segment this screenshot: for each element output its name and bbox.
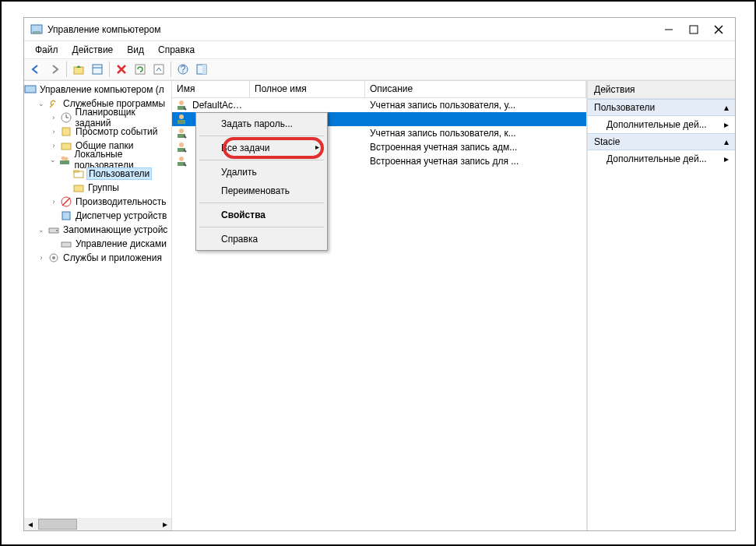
storage-icon	[47, 224, 60, 236]
collapse-icon[interactable]: ⌄	[37, 99, 46, 108]
tree-services[interactable]: › Службы и приложения	[24, 251, 171, 265]
refresh-button[interactable]	[132, 61, 149, 78]
user-icon	[175, 127, 188, 139]
svg-rect-12	[154, 65, 164, 74]
perf-icon	[60, 196, 72, 208]
svg-rect-22	[62, 143, 71, 150]
tree-scheduler[interactable]: › Планировщик заданий	[24, 111, 171, 125]
context-menu: Задать пароль... Все задачи Удалить Пере…	[195, 112, 328, 251]
menu-action[interactable]: Действие	[66, 43, 120, 57]
app-icon	[30, 23, 43, 36]
svg-rect-7	[93, 65, 102, 74]
actions-more-stacie[interactable]: Дополнительные дей... ▸	[588, 150, 735, 167]
scroll-thumb[interactable]	[38, 519, 77, 530]
minimize-button[interactable]	[663, 24, 674, 35]
svg-rect-25	[60, 160, 69, 164]
expand-icon[interactable]: ›	[37, 253, 46, 262]
user-icon	[175, 155, 188, 167]
tree-storage[interactable]: ⌄ Запоминающие устройс	[24, 223, 171, 237]
tree-panel[interactable]: Управление компьютером (л ⌄ Служебные пр…	[24, 81, 172, 530]
menu-help[interactable]: Справка	[198, 230, 325, 248]
scroll-left-icon[interactable]: ◂	[24, 518, 37, 530]
actions-section-users[interactable]: Пользователи ▴	[588, 99, 735, 116]
chevron-right-icon: ▸	[724, 153, 729, 164]
svg-point-36	[52, 256, 55, 259]
menu-properties[interactable]: Свойства	[198, 206, 325, 224]
list-item[interactable]: DefaultAcco... Учетная запись пользовате…	[172, 98, 586, 112]
collapse-icon[interactable]: ⌄	[49, 155, 57, 164]
actions-panel: Действия Пользователи ▴ Дополнительные д…	[587, 81, 735, 530]
window-title: Управление компьютером	[47, 24, 663, 35]
menu-file[interactable]: Файл	[29, 43, 65, 57]
column-desc[interactable]: Описание	[365, 81, 586, 97]
chevron-right-icon: ▸	[724, 119, 729, 130]
properties-button[interactable]	[89, 61, 106, 78]
toolbar: ?	[24, 58, 735, 80]
maximize-button[interactable]	[688, 24, 699, 35]
svg-rect-1	[33, 31, 40, 34]
content-area: Управление компьютером (л ⌄ Служебные пр…	[24, 80, 735, 530]
action-pane-toggle[interactable]	[193, 61, 210, 78]
actions-more-users[interactable]: Дополнительные дей... ▸	[588, 116, 735, 133]
column-fullname[interactable]: Полное имя	[250, 81, 365, 97]
user-icon	[175, 141, 188, 153]
expand-icon[interactable]: ›	[49, 127, 58, 136]
svg-point-43	[179, 143, 184, 147]
up-button[interactable]	[70, 61, 87, 78]
titlebar: Управление компьютером	[24, 18, 735, 41]
actions-section-stacie[interactable]: Stacie ▴	[588, 133, 735, 150]
collapse-icon[interactable]: ⌄	[37, 225, 46, 234]
svg-point-41	[179, 129, 184, 133]
computer-icon	[24, 83, 37, 96]
svg-point-39	[179, 114, 184, 119]
forward-button[interactable]	[46, 61, 63, 78]
expand-icon[interactable]: ›	[49, 197, 58, 206]
tree-users[interactable]: Пользователи	[24, 167, 171, 181]
tree-groups[interactable]: Группы	[24, 181, 171, 195]
list-panel: Имя Полное имя Описание DefaultAcco... У…	[172, 81, 587, 530]
toolbar-separator	[109, 62, 110, 77]
tree-devmgr[interactable]: Диспетчер устройств	[24, 209, 171, 223]
console-tree: Управление компьютером (л ⌄ Служебные пр…	[24, 83, 171, 265]
delete-button[interactable]	[113, 61, 130, 78]
menu-view[interactable]: Вид	[121, 43, 150, 57]
column-name[interactable]: Имя	[172, 81, 250, 97]
tree-diskmgr[interactable]: Управление дисками	[24, 237, 171, 251]
close-button[interactable]	[713, 24, 724, 35]
toolbar-separator	[171, 62, 171, 77]
list-header: Имя Полное имя Описание	[172, 81, 586, 98]
help-button[interactable]: ?	[174, 61, 192, 78]
back-button[interactable]	[27, 61, 44, 78]
export-button[interactable]	[150, 61, 167, 78]
user-icon	[175, 99, 188, 111]
tree-performance[interactable]: › Производительность	[24, 195, 171, 209]
folder-icon	[60, 139, 72, 152]
svg-point-33	[56, 230, 58, 231]
services-icon	[47, 252, 60, 264]
users-icon	[58, 153, 71, 166]
expand-icon[interactable]: ›	[49, 113, 58, 122]
clock-icon	[60, 111, 72, 124]
menu-set-password[interactable]: Задать пароль...	[198, 114, 325, 133]
svg-rect-16	[202, 65, 206, 74]
menu-delete[interactable]: Удалить	[198, 163, 325, 181]
expand-icon[interactable]: ›	[49, 141, 58, 150]
scroll-right-icon[interactable]: ▸	[159, 518, 171, 530]
menu-help[interactable]: Справка	[152, 43, 201, 57]
svg-point-45	[179, 157, 184, 161]
svg-point-37	[179, 100, 184, 105]
menu-all-tasks[interactable]: Все задачи	[198, 139, 325, 157]
tree-events[interactable]: › Просмотр событий	[24, 125, 171, 139]
svg-rect-11	[135, 65, 145, 74]
svg-rect-3	[690, 26, 698, 33]
list-body[interactable]: DefaultAcco... Учетная запись пользовате…	[172, 98, 586, 530]
tree-root[interactable]: Управление компьютером (л	[24, 83, 171, 97]
toolbar-separator	[66, 62, 67, 77]
collapse-icon: ▴	[724, 136, 729, 147]
folder-open-icon	[72, 167, 85, 180]
event-icon	[60, 125, 72, 138]
tree-local-users[interactable]: ⌄ Локальные пользователи	[24, 153, 171, 167]
menu-rename[interactable]: Переименовать	[198, 181, 325, 200]
menu-separator	[199, 203, 324, 203]
horizontal-scrollbar[interactable]: ◂ ▸	[24, 518, 171, 530]
